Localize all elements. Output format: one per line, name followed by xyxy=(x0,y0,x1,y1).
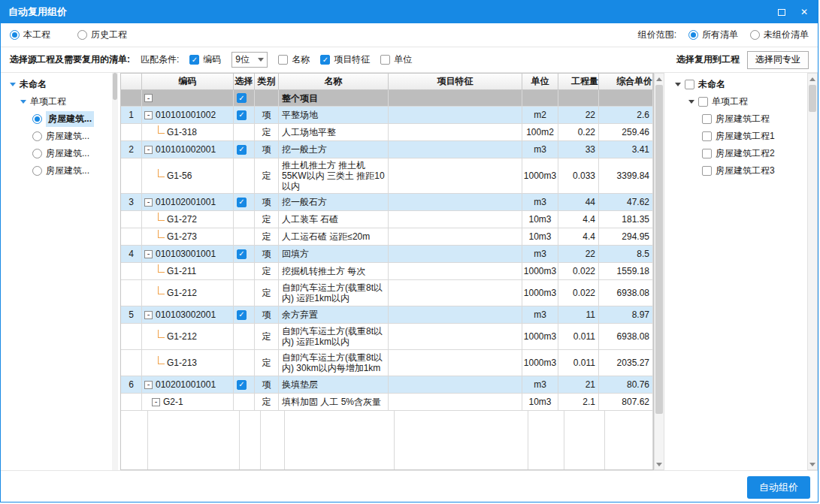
auto-price-button[interactable]: 自动组价 xyxy=(747,476,810,499)
checkbox-icon[interactable] xyxy=(698,97,708,107)
triangle-down-icon xyxy=(809,463,815,466)
source-project-item[interactable]: 房屋建筑... xyxy=(7,110,110,128)
column-header-category[interactable]: 类别 xyxy=(255,74,279,89)
column-header-feature[interactable]: 项目特征 xyxy=(389,74,522,89)
window-title: 自动复用组价 xyxy=(8,5,67,19)
restore-glyph xyxy=(778,9,785,16)
table-row[interactable]: G2-1定填料加固 人工 5%含灰量10m32.1807.62 xyxy=(121,394,653,411)
same-specialty-button[interactable]: 选择同专业 xyxy=(747,51,809,69)
table-row[interactable]: G1-56定推土机推土方 推土机55KW以内 三类土 推距10以内1000m30… xyxy=(121,158,653,194)
scroll-down-icon[interactable] xyxy=(655,459,664,469)
table-row[interactable]: CL170282…主黄土m329.768 xyxy=(121,411,653,469)
source-option-current[interactable]: 本工程 xyxy=(10,29,50,41)
row-checkbox[interactable] xyxy=(237,198,247,207)
collapse-icon[interactable] xyxy=(144,381,153,389)
left-tree-scrollbar[interactable] xyxy=(112,73,118,470)
column-header-unit-price[interactable]: 综合单价 xyxy=(599,74,653,89)
row-checkbox[interactable] xyxy=(237,310,247,320)
collapse-icon[interactable] xyxy=(152,398,160,406)
collapse-icon[interactable] xyxy=(144,146,153,154)
column-header-name[interactable]: 名称 xyxy=(279,74,389,89)
tree-expand-icon[interactable] xyxy=(688,100,694,104)
name-cell: 推土机推土方 推土机55KW以内 三类土 推距10以内 xyxy=(279,158,389,193)
row-checkbox[interactable] xyxy=(237,93,247,103)
tree-expand-icon[interactable] xyxy=(20,100,26,104)
scrollbar-thumb[interactable] xyxy=(655,85,663,414)
row-checkbox[interactable] xyxy=(237,145,247,155)
table-row[interactable]: 6010201001001项换填垫层m32180.76 xyxy=(121,376,653,394)
scope-option-all[interactable]: 所有清单 xyxy=(688,29,738,41)
code-cell: CL170282… xyxy=(148,411,240,469)
source-project-item[interactable]: 房屋建筑... xyxy=(7,145,110,162)
target-project-item[interactable]: 房屋建筑工程 xyxy=(672,110,807,128)
checkbox-icon[interactable] xyxy=(702,149,712,158)
table-row[interactable]: 整个项目 xyxy=(121,90,653,107)
target-project-item[interactable]: 房屋建筑工程2 xyxy=(672,145,807,162)
row-number-cell xyxy=(121,280,142,306)
row-checkbox[interactable] xyxy=(237,380,247,390)
unit-cell: 1000m3 xyxy=(522,350,558,376)
quantity-cell: 0.022 xyxy=(558,280,599,306)
condition-code[interactable]: 编码 xyxy=(189,53,221,66)
target-project-item[interactable]: 房屋建筑工程1 xyxy=(672,128,807,145)
row-checkbox[interactable] xyxy=(237,249,247,259)
checkbox-icon[interactable] xyxy=(685,80,694,89)
source-project-item[interactable]: 房屋建筑... xyxy=(7,128,110,145)
checkbox-icon[interactable] xyxy=(702,114,712,124)
table-row[interactable]: 1010101001002项平整场地m2222.6 xyxy=(121,107,653,124)
code-digits-select[interactable]: 9位 xyxy=(231,52,268,68)
collapse-icon[interactable] xyxy=(144,198,153,207)
restore-icon[interactable] xyxy=(776,6,788,18)
condition-label: 单位 xyxy=(394,53,412,66)
tree-node-root[interactable]: 未命名 xyxy=(7,76,110,93)
column-header-select[interactable]: 选择 xyxy=(234,74,255,89)
scroll-down-icon[interactable] xyxy=(808,459,817,469)
tree-node-project[interactable]: 单项工程 xyxy=(672,93,807,110)
table-row[interactable]: 4010103001001项回填方m3228.5 xyxy=(121,246,653,263)
checkbox-icon[interactable] xyxy=(702,166,712,176)
quantity-cell: 11 xyxy=(558,306,599,323)
source-project-item[interactable]: 房屋建筑... xyxy=(7,162,110,180)
column-header-quantity[interactable]: 工程量 xyxy=(558,74,599,89)
condition-name[interactable]: 名称 xyxy=(278,53,310,66)
table-scrollbar[interactable] xyxy=(654,73,664,470)
table-row[interactable]: 5010103002001项余方弃置m3118.97 xyxy=(121,306,653,324)
target-project-item[interactable]: 房屋建筑工程3 xyxy=(672,162,807,180)
tree-node-root[interactable]: 未命名 xyxy=(672,76,807,93)
column-header-code[interactable]: 编码 xyxy=(142,74,234,89)
checkbox-icon[interactable] xyxy=(702,131,712,141)
table-row[interactable]: 2010101002001项挖一般土方m3333.41 xyxy=(121,141,653,158)
scroll-up-icon[interactable] xyxy=(808,74,817,84)
scroll-up-icon[interactable] xyxy=(655,74,664,84)
condition-unit[interactable]: 单位 xyxy=(380,53,412,66)
scope-option-unpriced[interactable]: 未组价清单 xyxy=(750,29,809,41)
row-checkbox[interactable] xyxy=(237,110,247,120)
feature-cell xyxy=(389,376,522,393)
tree-connector xyxy=(158,213,165,221)
collapse-icon[interactable] xyxy=(144,111,153,119)
table-row[interactable]: G1-272定人工装车 石碴10m34.4181.35 xyxy=(121,211,653,228)
tree-expand-icon[interactable] xyxy=(10,83,16,86)
feature-cell xyxy=(389,263,522,279)
tree-expand-icon[interactable] xyxy=(675,83,681,86)
scrollbar-thumb[interactable] xyxy=(113,73,117,100)
table-row[interactable]: G1-212定自卸汽车运土方(载重8t以内) 运距1km以内1000m30.02… xyxy=(121,280,653,306)
code-cell: G1-272 xyxy=(142,211,234,228)
close-icon[interactable]: ✕ xyxy=(798,6,810,18)
table-row[interactable]: G1-211定挖掘机转推土方 每次1000m30.0221559.18 xyxy=(121,263,653,280)
table-row[interactable]: 3010102001001项挖一般石方m34447.62 xyxy=(121,194,653,211)
condition-label: 名称 xyxy=(292,53,310,66)
scrollbar-thumb[interactable] xyxy=(809,85,816,112)
collapse-icon[interactable] xyxy=(144,250,153,258)
table-row[interactable]: G1-212定自卸汽车运土方(载重8t以内) 运距1km以内1000m30.01… xyxy=(121,324,653,350)
table-row[interactable]: G1-318定人工场地平整100m20.22259.46 xyxy=(121,124,653,141)
table-row[interactable]: G1-273定人工运石碴 运距≤20m10m34.4294.95 xyxy=(121,228,653,246)
table-row[interactable]: G1-213定自卸汽车运土方(载重8t以内) 30km以内每增加1km1000m… xyxy=(121,350,653,376)
collapse-icon[interactable] xyxy=(144,94,153,102)
condition-feature[interactable]: 项目特征 xyxy=(320,53,370,66)
collapse-icon[interactable] xyxy=(144,311,153,319)
column-header-unit[interactable]: 单位 xyxy=(522,74,558,89)
right-panel-scrollbar[interactable] xyxy=(807,73,818,470)
tree-node-project[interactable]: 单项工程 xyxy=(7,93,110,110)
source-option-history[interactable]: 历史工程 xyxy=(77,29,127,41)
